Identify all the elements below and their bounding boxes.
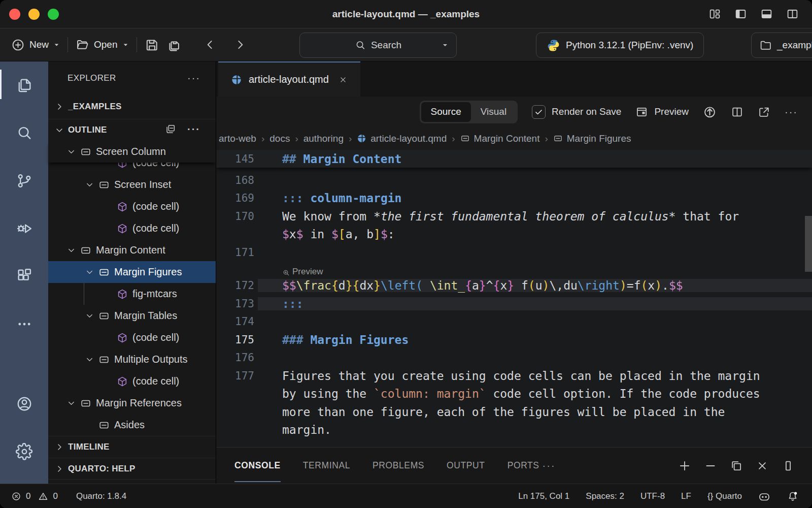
panel-restore-icon[interactable] — [730, 459, 743, 472]
save-icon[interactable] — [145, 38, 159, 52]
new-button[interactable]: New — [11, 38, 60, 52]
code-line-171[interactable]: 171 — [216, 243, 812, 262]
language-mode-status[interactable]: {} Quarto — [707, 491, 742, 501]
cursor-position-status[interactable]: Ln 175, Col 1 — [518, 491, 569, 501]
activity-extensions-icon[interactable] — [0, 252, 48, 300]
toggle-secondary-sidebar-icon[interactable] — [786, 8, 799, 20]
panel-tab-terminal[interactable]: TERMINAL — [303, 448, 350, 484]
outline-section-header[interactable]: OUTLINE ··· — [48, 119, 216, 141]
outline-more-icon[interactable]: ··· — [187, 123, 200, 137]
panel-panel-rect-icon[interactable] — [782, 459, 795, 472]
workspace-section-header[interactable]: _EXAMPLES — [48, 94, 216, 119]
preview-button[interactable]: Preview — [635, 106, 689, 118]
timeline-section-header[interactable]: TIMELINE — [48, 436, 216, 458]
preview-codelens[interactable]: Preview — [216, 262, 812, 277]
workspace-selector[interactable]: _examples — [751, 33, 812, 58]
code-line-173[interactable]: 173::: — [216, 295, 812, 313]
code-line-168[interactable]: 168 — [216, 171, 812, 189]
zoom-window-button[interactable] — [48, 9, 59, 20]
breadcrumb-item[interactable]: Margin Figures — [553, 133, 631, 144]
split-editor-icon[interactable] — [731, 106, 743, 118]
open-button[interactable]: Open — [76, 38, 128, 52]
outline-item-code-cell[interactable]: (code cell) — [48, 370, 216, 392]
notifications-bell-icon[interactable] — [787, 490, 799, 502]
outline-item-fig-mtcars[interactable]: fig-mtcars — [48, 283, 216, 305]
navigate-back-icon[interactable] — [204, 38, 217, 51]
panel-tab-console[interactable]: CONSOLE — [234, 448, 281, 484]
save-all-icon[interactable] — [167, 38, 182, 52]
encoding-status[interactable]: UTF-8 — [640, 491, 665, 501]
toggle-sidebar-icon[interactable] — [734, 8, 747, 20]
outline-item-margin-content[interactable]: Margin Content — [48, 239, 216, 261]
code-line-172[interactable]: 172$$\frac{d}{dx}\left( \int_{a}^{x} f(u… — [216, 277, 812, 295]
panel-tab-ports[interactable]: PORTS — [507, 448, 539, 484]
code-line-174[interactable]: 174 — [216, 313, 812, 331]
panel-tab-output[interactable]: OUTPUT — [447, 448, 485, 484]
customize-layout-icon[interactable] — [708, 8, 721, 20]
activity-run-debug-icon[interactable] — [0, 205, 48, 252]
code-line-wrap[interactable]: $x$ in $[a, b]$: — [216, 226, 812, 244]
outline-item-margin-references[interactable]: Margin References — [48, 392, 216, 414]
outline-item-multiple-outputs[interactable]: Multiple Outputs — [48, 348, 216, 370]
code-line-177[interactable]: 177Figures that you create using code ce… — [216, 367, 812, 385]
open-external-icon[interactable] — [758, 106, 770, 118]
activity-files-icon[interactable] — [0, 61, 48, 109]
visual-mode-button[interactable]: Visual — [471, 102, 516, 122]
outline-item-screen-column[interactable]: Screen Column — [48, 141, 216, 163]
quarto-help-section-header[interactable]: QUARTO: HELP — [48, 458, 216, 480]
activity-settings-icon[interactable] — [0, 428, 48, 475]
close-window-button[interactable] — [9, 9, 20, 20]
breadcrumb-item[interactable]: article-layout.qmd — [357, 133, 447, 144]
code-line-169[interactable]: 169::: column-margin — [216, 189, 812, 208]
outline-item-screen-inset[interactable]: Screen Inset — [48, 174, 216, 196]
outline-item-margin-figures[interactable]: Margin Figures — [48, 261, 216, 283]
outline-item-code-cell[interactable]: (code cell) — [48, 163, 216, 174]
code-line-170[interactable]: 170We know from *the first fundamental t… — [216, 207, 812, 226]
outline-item-code-cell[interactable]: (code cell) — [48, 217, 216, 239]
sticky-scroll-line[interactable]: 145## Margin Content — [216, 150, 812, 168]
editor-scrollbar[interactable] — [805, 216, 812, 272]
problems-status[interactable]: 0 0 — [11, 491, 58, 501]
render-publish-icon[interactable] — [703, 105, 717, 119]
breadcrumb-item[interactable]: Margin Content — [460, 133, 540, 144]
indentation-status[interactable]: Spaces: 2 — [586, 491, 624, 501]
breadcrumb-item[interactable]: authoring — [303, 133, 344, 144]
source-mode-button[interactable]: Source — [421, 102, 471, 122]
panel-plus-icon[interactable] — [678, 459, 691, 472]
activity-source-control-icon[interactable] — [0, 157, 48, 205]
editor-tab-article-layout[interactable]: article-layout.qmd — [218, 61, 360, 97]
activity-more-icon[interactable] — [0, 300, 48, 348]
activity-search-icon[interactable] — [0, 109, 48, 157]
global-search-input[interactable]: Search — [299, 33, 457, 58]
render-on-save-checkbox[interactable] — [532, 105, 546, 119]
panel-minus-icon[interactable] — [704, 459, 717, 472]
toggle-panel-icon[interactable] — [760, 8, 773, 20]
navigate-forward-icon[interactable] — [233, 38, 247, 51]
editor-more-actions-icon[interactable]: ··· — [785, 106, 798, 118]
code-line-wrap[interactable]: by using the `column: margin` code cell … — [216, 385, 812, 403]
panel-tab-problems[interactable]: PROBLEMS — [373, 448, 424, 484]
interpreter-selector[interactable]: Python 3.12.1 (PipEnv: .venv) — [536, 33, 704, 58]
collapse-all-icon[interactable] — [165, 123, 176, 137]
copilot-icon[interactable] — [758, 490, 770, 502]
code-line-wrap[interactable]: margin. — [216, 421, 812, 439]
activity-account-icon[interactable] — [0, 380, 48, 428]
quarto-version-status[interactable]: Quarto: 1.8.4 — [76, 491, 126, 501]
outline-item-asides[interactable]: Asides — [48, 414, 216, 436]
code-line-175[interactable]: 175### Margin Figures — [216, 331, 812, 349]
explorer-more-icon[interactable]: ··· — [187, 72, 200, 84]
panel-close-icon[interactable] — [756, 459, 769, 472]
minimize-window-button[interactable] — [28, 9, 40, 20]
outline-item-margin-tables[interactable]: Margin Tables — [48, 305, 216, 327]
outline-item-code-cell[interactable]: (code cell) — [48, 327, 216, 348]
breadcrumb-item[interactable]: arto-web — [219, 133, 256, 144]
panel-more-tabs-icon[interactable]: ··· — [543, 460, 556, 471]
outline-item-code-cell[interactable]: (code cell) — [48, 196, 216, 217]
status-bar: 0 0 Quarto: 1.8.4 Ln 175, Col 1 Spaces: … — [0, 484, 812, 508]
code-editor[interactable]: 145## Margin Content 168169::: column-ma… — [216, 150, 812, 447]
eol-status[interactable]: LF — [681, 491, 691, 501]
close-tab-icon[interactable] — [339, 75, 348, 84]
breadcrumb-item[interactable]: docs — [269, 133, 290, 144]
code-line-wrap[interactable]: more than one figure, each of the figure… — [216, 403, 812, 421]
code-line-176[interactable]: 176 — [216, 349, 812, 367]
